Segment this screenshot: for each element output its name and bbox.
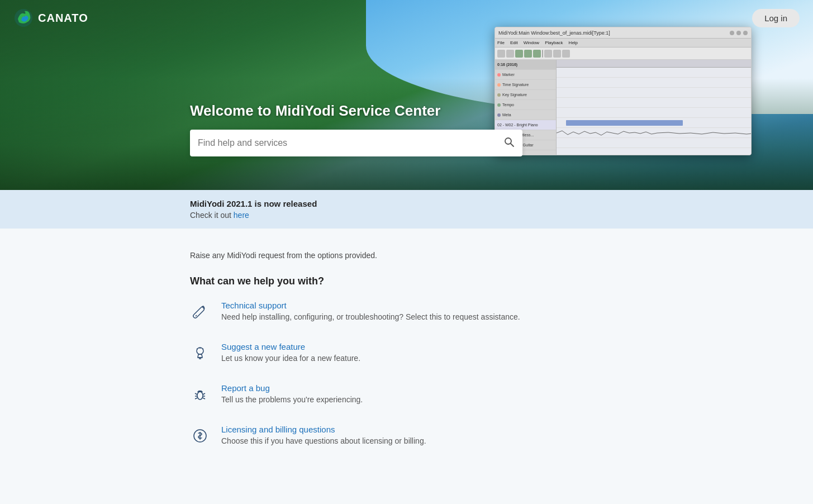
track-list-header: 0:16 (2016) [495,60,556,70]
waveform-display [557,128,751,137]
svg-line-2 [511,144,514,146]
search-input[interactable] [198,138,503,148]
timeline-row-meta [557,108,751,118]
app-screenshot: MidiYodi:Main Window:best_of_jenas.midi[… [495,27,752,155]
report-bug-desc: Tell us the problems you're experiencing… [221,395,363,404]
announcement-bar: MidiYodi 2021.1 is now released Check it… [0,190,813,229]
licensing-billing-link[interactable]: Licensing and billing questions [221,425,426,434]
app-toolbar [495,47,751,60]
hero-content: Welcome to MidiYodi Service Center [190,102,522,156]
svg-point-1 [505,138,511,144]
svg-line-12 [195,393,197,394]
svg-line-14 [195,398,197,399]
lightbulb-icon [190,343,210,363]
svg-line-9 [197,349,197,349]
service-item-suggest-feature: Suggest a new feature Let us know your i… [190,342,623,363]
suggest-feature-desc: Let us know your idea for a new feature. [221,354,360,363]
timeline-row-keysig [557,88,751,98]
announcement-text: Check it out here [190,211,623,220]
app-menubar: File Edit Window Playback Help [495,39,751,47]
toolbar-btn-2 [506,50,514,58]
app-body: 0:16 (2016) Marker Time Signature Key Si… [495,60,751,155]
timeline-ruler [557,60,751,68]
waveform-svg [557,128,751,138]
intro-text: Raise any MidiYodi request from the opti… [190,251,623,260]
toolbar-btn-6 [544,50,552,58]
toolbar-btn-5 [533,50,541,58]
toolbar-btn-3 [515,50,523,58]
service-item-report-bug: Report a bug Tell us the problems you're… [190,383,623,405]
announcement-title: MidiYodi 2021.1 is now released [190,199,623,208]
track-item-marker: Marker [495,70,556,80]
report-bug-link[interactable]: Report a bug [221,383,363,393]
search-bar [190,130,522,156]
timesig-dot [497,83,501,87]
timeline-row-04 [557,138,751,148]
hero-title: Welcome to MidiYodi Service Center [190,102,522,120]
header: CANATO Log in [0,0,813,36]
service-item-technical-support: Technical support Need help installing, … [190,301,623,322]
bug-icon [190,384,210,405]
keysig-dot [497,93,501,97]
service-info-report-bug: Report a bug Tell us the problems you're… [221,383,363,404]
service-info-technical-support: Technical support Need help installing, … [221,301,520,321]
service-info-licensing-billing: Licensing and billing questions Choose t… [221,425,426,445]
logo-icon [13,8,34,28]
track-item-timesig: Time Signature [495,80,556,90]
wrench-icon [190,302,210,322]
section-title: What can we help you with? [190,275,623,287]
timeline-row-03 [557,128,751,138]
svg-line-10 [203,349,203,349]
search-icon[interactable] [503,136,515,150]
dollar-icon [190,426,210,446]
svg-line-3 [196,315,197,316]
toolbar-btn-1 [497,50,505,58]
timeline-row-marker [557,68,751,78]
logo-text: CANATO [38,12,88,25]
logo: CANATO [13,8,88,28]
toolbar-btn-7 [553,50,561,58]
midi-note-1 [566,120,683,126]
timeline-row-timesig [557,78,751,88]
licensing-billing-desc: Choose this if you have questions about … [221,436,426,445]
technical-support-desc: Need help installing, configuring, or tr… [221,312,520,321]
svg-line-17 [203,398,205,399]
service-item-licensing-billing: Licensing and billing questions Choose t… [190,425,623,446]
svg-line-15 [203,393,205,394]
timeline-row-tempo [557,98,751,108]
track-item-keysig: Key Signature [495,90,556,100]
toolbar-btn-4 [524,50,532,58]
main-content: Raise any MidiYodi request from the opti… [0,229,813,488]
technical-support-link[interactable]: Technical support [221,301,520,310]
service-info-suggest-feature: Suggest a new feature Let us know your i… [221,342,360,363]
svg-point-11 [197,392,203,400]
toolbar-btn-8 [562,50,570,58]
timeline-row-02 [557,118,751,128]
marker-dot [497,73,501,77]
toolbar-separator [542,50,543,58]
app-timeline [557,60,751,155]
login-button[interactable]: Log in [752,9,800,27]
suggest-feature-link[interactable]: Suggest a new feature [221,342,360,351]
announcement-link[interactable]: here [234,211,249,220]
